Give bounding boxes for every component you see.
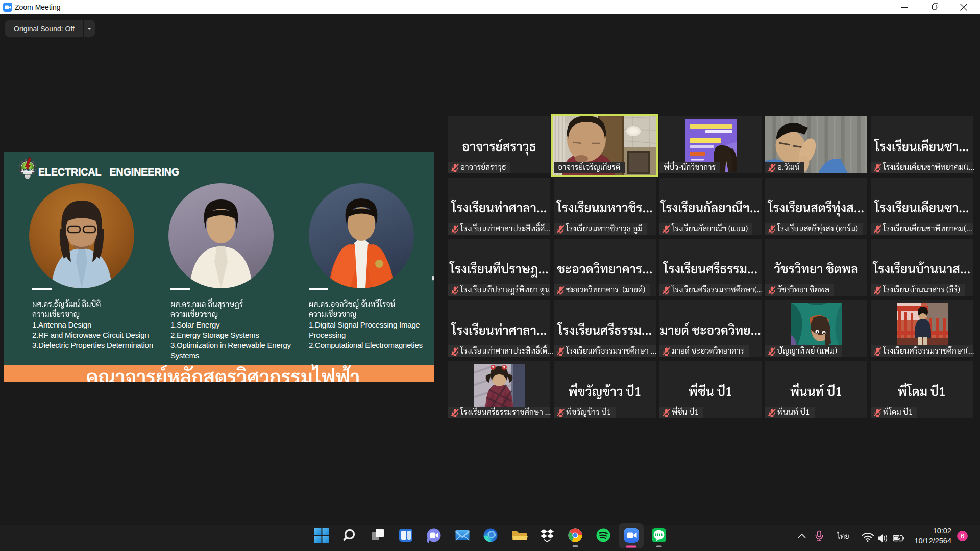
svg-text:ELECTRICAL: ELECTRICAL xyxy=(20,169,36,172)
